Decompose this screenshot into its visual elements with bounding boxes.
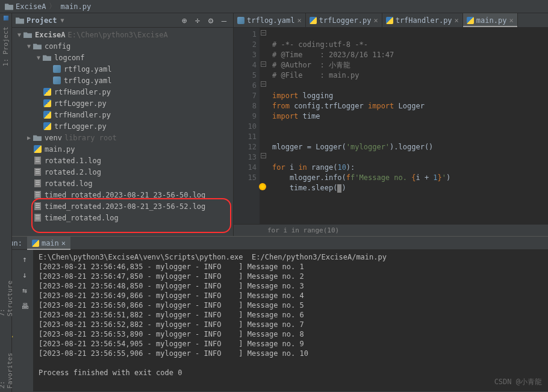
tree-file[interactable]: rotated.2.log (12, 166, 233, 178)
close-icon[interactable]: × (61, 239, 66, 247)
close-icon[interactable]: × (297, 16, 301, 25)
fold-icon[interactable]: – (261, 61, 266, 67)
console-output[interactable]: E:\Chen\python3\ExciseA\venv\Scripts\pyt… (34, 250, 548, 391)
down-button[interactable]: ↓ (17, 268, 34, 281)
chevron-right-icon: 〉 (49, 1, 56, 11)
gear-icon[interactable]: ⚙ (205, 15, 216, 26)
left-tool-strip: 1: Project (0, 13, 12, 236)
close-icon[interactable]: × (509, 16, 513, 25)
project-tree[interactable]: ▼ExciseAE:\Chen\python3\ExciseA ▼config … (12, 28, 233, 236)
collapse-icon[interactable]: ÷ (192, 15, 203, 26)
tree-file[interactable]: main.py (12, 143, 233, 155)
structure-tool-label[interactable]: 7: Structure (0, 272, 14, 320)
tree-folder-config[interactable]: ▼config (12, 40, 233, 52)
line-gutter[interactable]: 123456789101112131415 (234, 28, 260, 224)
run-tab-main[interactable]: main × (27, 237, 70, 250)
tab-trflog-yaml[interactable]: trflog.yaml× (234, 13, 306, 27)
tab-main-py[interactable]: main.py× (463, 13, 518, 27)
tree-file[interactable]: trfHandler.py (12, 109, 233, 120)
code-crumb[interactable]: for i in range(10) (234, 224, 548, 236)
breadcrumb-file[interactable]: main.py (61, 2, 92, 11)
left-tool-strip-lower: 7: Structure 2: Favorites (0, 236, 12, 392)
run-panel: Run: main × ↑ ↓ ⇅⇆ ≡🖶 🗑 ⭐ E:\Chen\python… (0, 236, 548, 391)
locate-icon[interactable]: ⊕ (179, 15, 190, 26)
code-area[interactable]: # -*- coding:utf-8 -*- # @Time : 2023/8/… (267, 28, 548, 224)
tree-file[interactable]: rotated.log (12, 178, 233, 189)
print-button[interactable]: 🖶 (17, 299, 34, 313)
tree-file[interactable]: rtfLogger.py (12, 98, 233, 109)
close-icon[interactable]: × (455, 16, 459, 25)
project-title[interactable]: Project (26, 16, 57, 25)
tree-file[interactable]: rotated.1.log (12, 155, 233, 166)
watermark: CSDN @小青龍 (494, 377, 542, 387)
tree-file[interactable]: timed_rotated.2023-08-21_23-56-50.log (12, 189, 233, 201)
fold-column[interactable]: – – – – (260, 28, 267, 224)
breadcrumb: ExciseA 〉 main.py (0, 0, 548, 13)
editor-tabs: trflog.yaml× trfLogger.py× trfHandler.py… (234, 13, 548, 28)
editor: trflog.yaml× trfLogger.py× trfHandler.py… (234, 13, 548, 236)
close-icon[interactable]: × (373, 16, 378, 25)
tree-file[interactable]: rtflog.yaml (12, 63, 233, 75)
favorites-tool-label[interactable]: 2: Favorites (0, 344, 14, 393)
tree-file[interactable]: trflog.yaml (12, 75, 233, 86)
fold-icon[interactable]: – (261, 30, 266, 36)
fold-icon[interactable]: – (261, 153, 266, 158)
folder-icon (5, 3, 13, 10)
tab-trflogger-py[interactable]: trfLogger.py× (306, 13, 382, 27)
python-icon (32, 240, 39, 247)
project-tool-icon[interactable] (4, 16, 8, 20)
editor-body[interactable]: 123456789101112131415 – – – – # -*- codi… (234, 28, 548, 224)
tree-file[interactable]: timed_rotated.log (12, 212, 233, 223)
tab-trfhandler-py[interactable]: trfHandler.py× (382, 13, 463, 27)
run-header: Run: main × (0, 237, 548, 250)
breadcrumb-root[interactable]: ExciseA (16, 2, 46, 11)
tree-folder-logconf[interactable]: ▼logconf (12, 52, 233, 63)
wrap-button[interactable]: ⇆ (17, 284, 34, 297)
bulb-icon[interactable] (259, 183, 266, 190)
project-panel: Project ▼ ⊕ ÷ ⚙ — ▼ExciseAE:\Chen\python… (12, 13, 234, 236)
chevron-down-icon[interactable]: ▼ (61, 17, 64, 23)
folder-icon (16, 17, 24, 24)
tree-file[interactable]: rtfHandler.py (12, 86, 233, 98)
tree-file[interactable]: timed_rotated.2023-08-21_23-56-52.log (12, 201, 233, 212)
project-header: Project ▼ ⊕ ÷ ⚙ — (12, 13, 233, 28)
hide-icon[interactable]: — (219, 15, 229, 26)
tree-folder-venv[interactable]: ▶venvlibrary root (12, 132, 233, 143)
tree-file[interactable]: trfLogger.py (12, 120, 233, 132)
tree-root[interactable]: ▼ExciseAE:\Chen\python3\ExciseA (12, 29, 233, 40)
project-tool-label[interactable]: 1: Project (2, 23, 10, 70)
up-button[interactable]: ↑ (17, 252, 34, 266)
fold-icon[interactable]: – (261, 81, 266, 87)
